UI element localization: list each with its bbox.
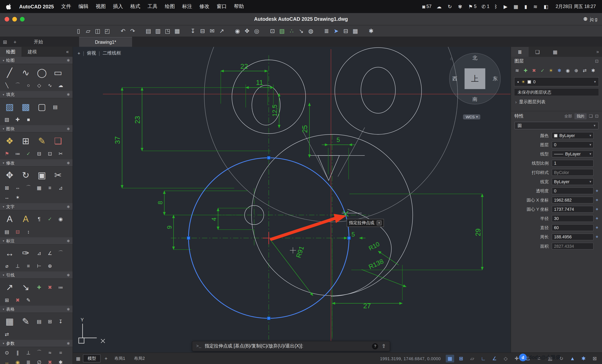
menu-item[interactable]: 窗口: [217, 3, 227, 10]
erase-tool[interactable]: ⊠: [2, 183, 12, 193]
chevron-down-icon[interactable]: ▾: [589, 143, 591, 147]
text-style-tool[interactable]: ¶: [34, 214, 44, 223]
table-style-tool[interactable]: ▤: [34, 317, 44, 326]
property-value-field[interactable]: 1737.7474 ▾: [552, 206, 594, 213]
array-tool[interactable]: ▦: [34, 183, 44, 193]
help-icon[interactable]: ?: [372, 343, 378, 349]
hatch-edit-tool[interactable]: ▤: [50, 102, 61, 111]
leader-edit-tool[interactable]: ✎: [23, 295, 34, 304]
chevron-down-icon[interactable]: ▾: [589, 134, 591, 138]
layers-tab[interactable]: ≣: [511, 47, 528, 57]
menu-item[interactable]: 文件: [61, 3, 71, 10]
menu-item[interactable]: 插入: [113, 3, 123, 10]
pick-point-icon[interactable]: ⌖: [594, 216, 601, 221]
save-as-icon[interactable]: ◰: [102, 26, 112, 36]
collapse-palette-icon[interactable]: «: [62, 49, 73, 54]
options-icon[interactable]: ✱: [366, 26, 376, 36]
palette-section-header[interactable]: ▾ 引线 ✱: [0, 271, 73, 279]
undo-icon[interactable]: ↶: [118, 26, 128, 36]
current-layer-row[interactable]: ● ☀ 0 ▾: [514, 77, 599, 86]
entity-type-select[interactable]: 圆 ▾: [515, 122, 599, 129]
palette-section-header[interactable]: ▾ 填充 ✱: [0, 91, 73, 98]
isodraft-icon[interactable]: ◇: [501, 355, 510, 362]
save-icon[interactable]: ◫: [93, 26, 102, 36]
send-feedback-icon[interactable]: ➤: [331, 26, 341, 36]
import-icon[interactable]: ↘: [296, 26, 306, 36]
menu-item[interactable]: 工具: [148, 3, 158, 10]
new-file-icon[interactable]: ▯: [74, 26, 83, 36]
create-block-tool[interactable]: ⊞: [18, 133, 34, 149]
data-link-tool[interactable]: ⇄: [2, 330, 12, 339]
plot-icon[interactable]: ▥: [153, 26, 163, 36]
stretch-tool[interactable]: ↔: [2, 193, 12, 202]
filter-mine-button[interactable]: 我的: [574, 113, 587, 119]
export-dwf-icon[interactable]: ↧: [188, 26, 198, 36]
solid-fill-tool[interactable]: ■: [23, 115, 34, 124]
layer-filter-icon[interactable]: ≋: [513, 67, 521, 74]
property-value-field[interactable]: 188.4956 ▾: [552, 234, 594, 241]
remove-leader-tool[interactable]: ✖: [44, 283, 55, 292]
parallel-constraint-tool[interactable]: ∥: [12, 348, 23, 357]
viewcube-top-face[interactable]: 上: [465, 68, 485, 89]
profile-triangle[interactable]: [318, 155, 340, 180]
circle-tool[interactable]: ◯: [34, 65, 50, 80]
section-settings-icon[interactable]: ✱: [67, 341, 70, 345]
sync-attributes-tool[interactable]: ✓: [23, 149, 34, 158]
show-constraints-tool[interactable]: ≣: [23, 357, 34, 364]
tool-palette-icon[interactable]: ⊟: [341, 26, 351, 36]
revision-cloud-tool[interactable]: ☁: [55, 81, 66, 90]
close-window-button[interactable]: [5, 17, 9, 21]
rectangle-tool[interactable]: ▭: [50, 65, 66, 80]
publish-icon[interactable]: ▦: [172, 26, 182, 36]
text-scale-tool[interactable]: ↕: [23, 227, 34, 236]
table-tool[interactable]: ▦: [2, 314, 18, 329]
edit-text-tool[interactable]: A: [18, 211, 34, 226]
palette-section-header[interactable]: ▾ 修改 ✱: [0, 160, 73, 167]
chevron-down-icon[interactable]: ▾: [589, 180, 591, 183]
play-icon[interactable]: ▶: [504, 4, 508, 9]
palette-section-header[interactable]: ▾ 标注 ✱: [0, 237, 73, 245]
property-value-field[interactable]: 1 ▾: [552, 160, 594, 167]
multileader-tool[interactable]: ↗: [2, 279, 18, 295]
palette-section-header[interactable]: ▾ 表格 ✱: [0, 306, 73, 313]
panel-overflow-icon[interactable]: »: [593, 47, 602, 57]
perpendicular-constraint-tool[interactable]: ⊥: [23, 348, 34, 357]
viewcube-east[interactable]: 东: [493, 75, 497, 82]
polyline-tool[interactable]: ∿: [18, 65, 34, 80]
new-layout-button[interactable]: +: [103, 356, 109, 361]
new-drawing-tab-button[interactable]: +: [10, 37, 20, 47]
text-export-pdf-tool[interactable]: ⊟: [12, 227, 23, 236]
hide-constraints-tool[interactable]: ∅: [34, 357, 44, 364]
center-mark-tool[interactable]: ⊕: [44, 261, 55, 270]
leader-style-tool[interactable]: ↘: [18, 279, 34, 295]
property-value-field[interactable]: 30 ▾: [552, 215, 594, 222]
pick-point-icon[interactable]: ⌖: [594, 207, 601, 212]
layer-on-icon[interactable]: ☀: [547, 67, 555, 74]
snap-mode-icon[interactable]: ⊞: [457, 355, 465, 362]
vpn-shield-icon[interactable]: ◙ 57: [422, 4, 432, 9]
tangent-constraint-tool[interactable]: ⌒: [34, 348, 44, 357]
layer-settings-icon[interactable]: ✱: [589, 67, 597, 74]
collect-leaders-tool[interactable]: ⊞: [2, 295, 12, 304]
chevron-down-icon[interactable]: ▾: [594, 80, 596, 84]
print-icon[interactable]: ▤: [144, 26, 153, 36]
cloud-icon[interactable]: ☁: [437, 4, 443, 9]
move-tool[interactable]: ✥: [2, 167, 18, 183]
property-value-field[interactable]: ByColor ▾: [552, 169, 594, 176]
export-table-tool[interactable]: ↧: [55, 317, 66, 326]
palette-section-header[interactable]: ▾ 参数 ✱: [0, 340, 73, 347]
equal-constraint-tool[interactable]: =: [55, 348, 66, 357]
explode-tool[interactable]: ✶: [12, 193, 23, 202]
delete-layer-icon[interactable]: ✖: [530, 67, 538, 74]
polygon-tool[interactable]: ◇: [34, 81, 44, 90]
ortho-mode-icon[interactable]: ∟: [479, 355, 488, 362]
input-options-icon[interactable]: ▾: [377, 220, 382, 225]
text-columns-tool[interactable]: ▤: [2, 227, 12, 236]
viewcube[interactable]: ⌂ 北 南 西 东 上: [449, 53, 501, 105]
pick-point-icon[interactable]: ⌖: [594, 225, 601, 230]
menu-item[interactable]: 视图: [96, 3, 106, 10]
palette-tab[interactable]: 建模: [22, 47, 43, 57]
wechat-icon[interactable]: ✆ 1: [482, 4, 490, 9]
property-value-field[interactable]: ByLayer ▾: [552, 178, 594, 185]
redo-icon[interactable]: ↷: [128, 26, 137, 36]
